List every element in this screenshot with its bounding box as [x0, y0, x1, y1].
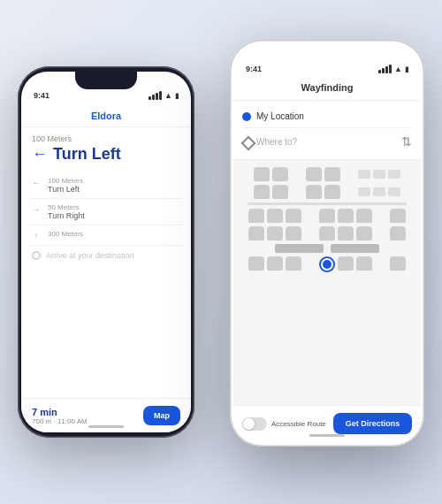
aisle-gap [343, 167, 355, 181]
seat-row-4 [239, 226, 415, 241]
step-item-1: ← 100 Meters Turn Left [30, 172, 182, 199]
eta-info: 7 min 700 m · 11:00 AM [32, 407, 88, 425]
search-section: My Location Where to? ⇅ [233, 101, 421, 160]
get-directions-button[interactable]: Get Directions [333, 413, 412, 434]
seat [248, 209, 264, 223]
distance-label: 100 Meters [32, 134, 180, 143]
aisle-gap [343, 185, 355, 199]
misc-shape [388, 187, 400, 196]
wall-divider [248, 202, 407, 205]
search-divider [242, 127, 412, 128]
seat [272, 167, 288, 181]
user-location-marker [319, 256, 335, 272]
notch-right [292, 45, 362, 63]
misc-shape [388, 170, 400, 179]
right-screen-content: 9:41 ▲ ▮ Wayfinding [233, 45, 421, 441]
seat [390, 226, 406, 241]
main-direction: ← Turn Left [32, 145, 180, 164]
aisle-gap [291, 167, 303, 181]
aisle-gap [304, 226, 316, 241]
right-home-indicator [309, 434, 345, 437]
seat [338, 226, 354, 241]
left-status-bar: 9:41 ▲ ▮ [21, 88, 191, 102]
user-dot [321, 258, 333, 271]
seat [356, 209, 372, 223]
table-block [275, 244, 324, 253]
map-button[interactable]: Map [143, 406, 180, 425]
destination-icon [242, 137, 251, 146]
eta-time: 7 min [32, 407, 88, 417]
left-time: 9:41 [34, 91, 50, 100]
seat [267, 226, 283, 241]
seat-row-2 [239, 185, 415, 199]
seat [248, 256, 264, 271]
seat [324, 167, 340, 181]
phone-right-screen: 9:41 ▲ ▮ Wayfinding [233, 45, 421, 441]
seat [324, 185, 340, 199]
seat [286, 209, 301, 223]
battery-icon: ▮ [175, 92, 179, 100]
main-dir-text: Turn Left [53, 145, 121, 164]
seat [306, 167, 322, 181]
map-area [233, 160, 421, 441]
misc-shape [373, 187, 385, 196]
left-home-indicator [88, 425, 124, 428]
aisle-gap [375, 209, 387, 223]
dest-text: Arrive at your destination [46, 251, 134, 260]
seat [248, 226, 264, 241]
where-to-placeholder[interactable]: Where to? [256, 137, 396, 147]
seat [356, 256, 372, 271]
location-dot-icon [242, 112, 251, 121]
toggle-switch[interactable] [242, 417, 267, 431]
step-dist-1: 100 Meters [48, 177, 182, 185]
step-icon-2: → [30, 204, 42, 214]
swap-icon[interactable]: ⇅ [401, 134, 412, 149]
aisle-gap [304, 256, 316, 272]
signal-icon [149, 91, 162, 100]
step-info-1: 100 Meters Turn Left [48, 177, 182, 194]
dest-dot-icon [32, 251, 41, 260]
phones-container: 9:41 ▲ ▮ Eldora [18, 13, 424, 491]
phone-left-screen: 9:41 ▲ ▮ Eldora [21, 72, 191, 432]
seat [390, 256, 406, 271]
seat [319, 226, 335, 241]
phone-right: 9:41 ▲ ▮ Wayfinding [230, 40, 424, 447]
left-screen-content: 9:41 ▲ ▮ Eldora [21, 72, 191, 432]
my-location-text: My Location [256, 111, 412, 121]
aisle-gap [304, 209, 316, 223]
right-time: 9:41 [246, 65, 262, 73]
toggle-knob [243, 418, 255, 430]
misc-shape [358, 187, 370, 196]
map-canvas [233, 160, 421, 279]
right-battery-icon: ▮ [405, 65, 408, 73]
seat [390, 209, 406, 223]
misc-shape [373, 170, 385, 179]
right-signal-icon [378, 65, 392, 73]
right-wifi-icon: ▲ [394, 65, 402, 73]
step-item-3: ↑ 300 Meters [30, 225, 182, 246]
destination-item: Arrive at your destination [30, 246, 182, 265]
right-header-title: Wayfinding [301, 82, 354, 93]
step-name-1: Turn Left [48, 185, 182, 194]
seat [356, 226, 372, 241]
right-header: Wayfinding [233, 75, 421, 101]
right-status-icons: ▲ ▮ [378, 65, 408, 73]
aisle-gap [291, 185, 303, 199]
accessible-route-toggle[interactable]: Accessible Route [242, 417, 326, 431]
seat [267, 256, 283, 271]
seat-row-1 [239, 167, 415, 181]
steps-list: ← 100 Meters Turn Left → 50 Meters Turn … [21, 167, 191, 271]
my-location-row: My Location [242, 108, 412, 125]
right-status-bar: 9:41 ▲ ▮ [233, 61, 421, 75]
eta-details: 700 m · 11:00 AM [32, 417, 88, 425]
left-status-icons: ▲ ▮ [149, 91, 179, 100]
notch-left [75, 72, 137, 89]
table-block [331, 244, 379, 253]
phone-left: 9:41 ▲ ▮ Eldora [18, 66, 194, 438]
seat [267, 209, 283, 223]
nav-area: 100 Meters ← Turn Left [21, 127, 191, 167]
step-info-3: 300 Meters [48, 230, 182, 238]
step-icon-3: ↑ [30, 231, 42, 241]
wifi-icon: ▲ [164, 91, 172, 100]
left-header: Eldora [21, 102, 191, 127]
